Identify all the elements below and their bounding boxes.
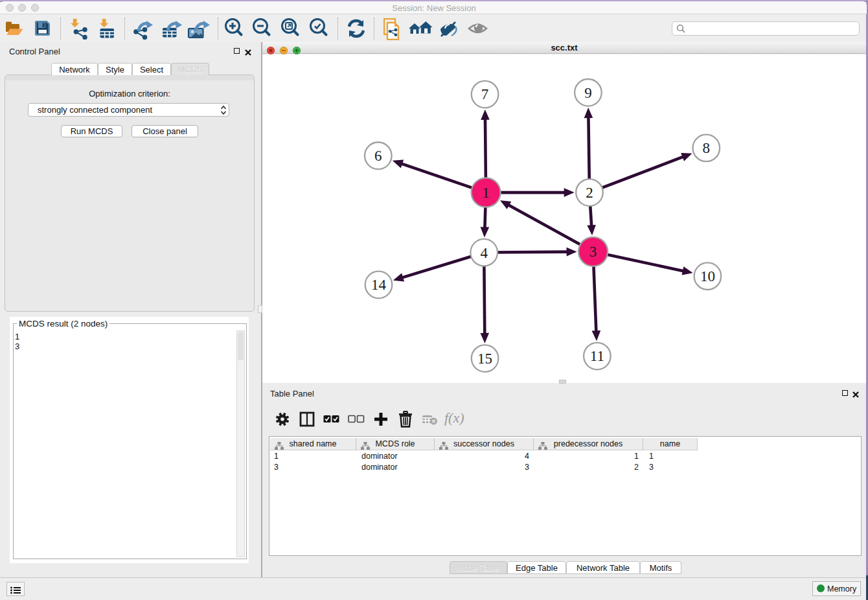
svg-text:9: 9 xyxy=(584,85,592,101)
svg-text:11: 11 xyxy=(590,348,604,364)
svg-text:10: 10 xyxy=(700,268,715,284)
svg-text:2: 2 xyxy=(586,185,593,201)
svg-text:4: 4 xyxy=(480,245,488,261)
svg-text:3: 3 xyxy=(589,244,597,260)
svg-text:8: 8 xyxy=(703,140,711,156)
svg-text:1: 1 xyxy=(482,185,490,201)
svg-text:6: 6 xyxy=(374,148,382,164)
svg-text:14: 14 xyxy=(371,277,387,293)
svg-text:7: 7 xyxy=(481,86,489,102)
svg-text:15: 15 xyxy=(477,351,492,367)
